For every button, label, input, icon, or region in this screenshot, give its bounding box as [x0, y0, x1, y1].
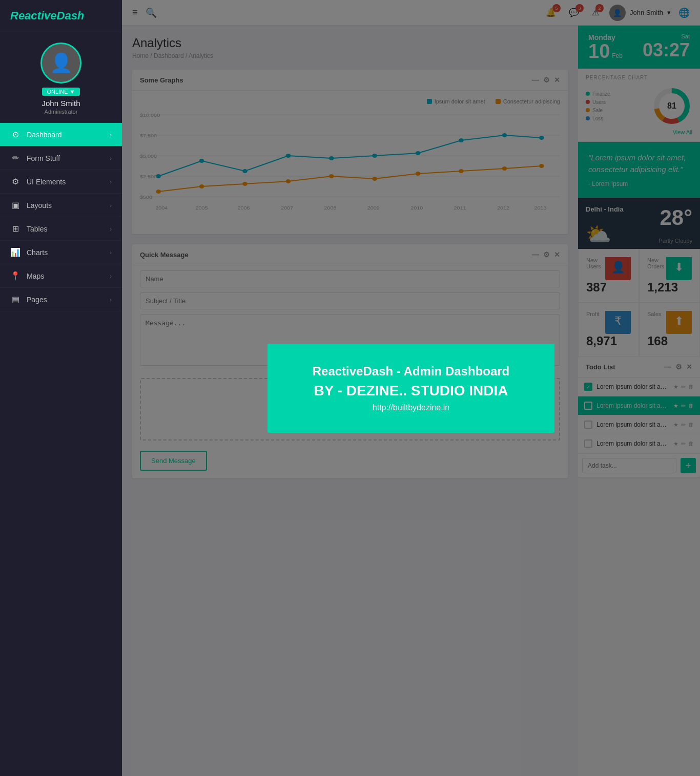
chevron-right-icon: › [110, 155, 112, 161]
sidebar-nav: ⊙ Dashboard › ✏ Form Stuff › ⚙ UI Elemen… [0, 123, 122, 776]
chevron-right-icon: › [110, 202, 112, 208]
chevron-right-icon: › [110, 249, 112, 256]
maps-nav-icon: 📍 [10, 271, 20, 281]
online-badge[interactable]: ONLINE ▼ [42, 88, 80, 96]
chevron-right-icon: › [110, 179, 112, 185]
chevron-right-icon: › [110, 273, 112, 279]
sidebar-item-ui-elements[interactable]: ⚙ UI Elements › [0, 170, 122, 194]
form-stuff-nav-icon: ✏ [10, 153, 20, 163]
chevron-right-icon: › [110, 297, 112, 303]
sidebar-role: Administrator [45, 109, 78, 115]
sidebar-item-form-stuff[interactable]: ✏ Form Stuff › [0, 146, 122, 170]
ui-elements-nav-icon: ⚙ [10, 177, 20, 186]
charts-nav-icon: 📊 [10, 247, 20, 257]
sidebar-item-pages[interactable]: ▤ Pages › [0, 288, 122, 311]
sidebar-item-maps[interactable]: 📍 Maps › [0, 264, 122, 288]
sidebar-item-label: Maps [27, 272, 44, 280]
chevron-right-icon: › [110, 226, 112, 232]
sidebar-item-tables[interactable]: ⊞ Tables › [0, 217, 122, 241]
sidebar-item-label: Form Stuff [27, 154, 60, 162]
sidebar-username: John Smith [42, 99, 80, 108]
chevron-right-icon: › [110, 132, 112, 138]
sidebar-item-label: Layouts [27, 201, 52, 209]
sidebar-item-label: UI Elements [27, 178, 66, 186]
modal-url: http://builtbydezine.in [298, 403, 524, 412]
sidebar-item-layouts[interactable]: ▣ Layouts › [0, 194, 122, 217]
tables-nav-icon: ⊞ [10, 224, 20, 234]
dashboard-nav-icon: ⊙ [10, 130, 20, 139]
brand-logo: ReactiveDash [0, 0, 122, 32]
layouts-nav-icon: ▣ [10, 200, 20, 210]
sidebar-item-label: Dashboard [27, 131, 62, 139]
modal: ReactiveDash - Admin Dashboard BY - DEZI… [267, 344, 554, 433]
sidebar-profile: 👤 ONLINE ▼ John Smith Administrator [0, 32, 122, 123]
main-area: ≡ 🔍 🔔 5 💬 3 ⚠ 2 👤 John Smith ▾ 🌐 Analyti… [122, 0, 700, 776]
modal-title: ReactiveDash - Admin Dashboard [298, 364, 524, 379]
sidebar-item-label: Charts [27, 248, 48, 257]
pages-nav-icon: ▤ [10, 295, 20, 304]
modal-overlay[interactable]: ReactiveDash - Admin Dashboard BY - DEZI… [122, 0, 700, 776]
avatar: 👤 [40, 43, 81, 83]
sidebar-item-label: Tables [27, 225, 47, 233]
modal-subtitle: BY - DEZINE.. STUDIO INDIA [298, 383, 524, 399]
sidebar-item-charts[interactable]: 📊 Charts › [0, 241, 122, 264]
sidebar: ReactiveDash 👤 ONLINE ▼ John Smith Admin… [0, 0, 122, 776]
sidebar-item-dashboard[interactable]: ⊙ Dashboard › [0, 123, 122, 146]
sidebar-item-label: Pages [27, 296, 47, 304]
